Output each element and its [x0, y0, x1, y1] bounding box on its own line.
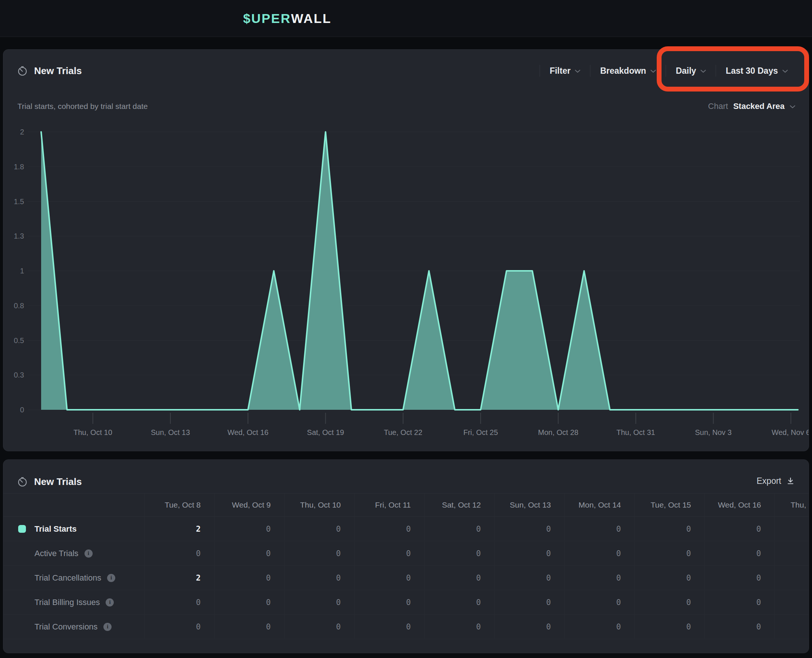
metric-value-cell: 0: [144, 615, 214, 639]
metric-value-cell: 2: [144, 517, 214, 541]
y-axis-label: 0.5: [14, 337, 24, 345]
metric-value-cell: 0: [704, 541, 774, 566]
metric-value-cell: 0: [214, 541, 284, 566]
metric-value-cell: 0: [635, 590, 704, 615]
x-axis-label: Thu, Oct 10: [74, 428, 112, 436]
row-label-cell: Trial Cancellationsi: [3, 566, 144, 590]
row-label-cell: Trial Starts: [3, 517, 144, 541]
metric-value-cell: 0: [214, 615, 284, 639]
metric-value-cell: 0: [424, 517, 494, 541]
y-axis-label: 1.3: [14, 232, 24, 240]
metric-value-cell: 0: [284, 566, 354, 590]
metric-value-cell: 0: [564, 615, 635, 639]
logo-suffix: WALL: [291, 11, 331, 26]
series-color-swatch: [18, 525, 26, 533]
metric-value-cell: 0: [774, 566, 809, 590]
metric-value-cell: 0: [704, 615, 774, 639]
superwall-logo: $UPERWALL: [243, 0, 331, 37]
row-label: Active Trials: [34, 549, 78, 558]
metric-value-cell: 0: [494, 615, 564, 639]
metric-value-cell: 0: [564, 590, 635, 615]
export-label: Export: [757, 476, 781, 486]
metric-value-cell: 0: [284, 590, 354, 615]
row-label-cell: Active Trialsi: [3, 541, 144, 566]
metrics-table-container: Tue, Oct 8Wed, Oct 9Thu, Oct 10Fri, Oct …: [3, 493, 809, 653]
x-axis-label: Sun, Nov 3: [695, 428, 732, 436]
table-header-date: Sat, Oct 12: [424, 494, 494, 517]
info-icon[interactable]: i: [106, 598, 114, 606]
metric-value-cell: 0: [144, 541, 214, 566]
metric-value-cell: 0: [424, 615, 494, 639]
table-row: Trial Cancellationsi2000000000: [3, 566, 809, 590]
row-label-cell: Trial Conversionsi: [3, 615, 144, 639]
download-icon: [787, 477, 795, 485]
x-axis-label: Mon, Oct 28: [538, 428, 578, 436]
table-panel-title: New Trials: [34, 476, 82, 487]
table-header-date: Fri, Oct 11: [354, 494, 424, 517]
metric-value-cell: 0: [635, 566, 704, 590]
stacked-area-chart: 21.81.51.310.80.50.30Thu, Oct 10Sun, Oct…: [3, 50, 809, 451]
metric-value-cell: 0: [494, 517, 564, 541]
x-axis-label: Thu, Oct 31: [616, 428, 655, 436]
x-axis-label: Sun, Oct 13: [151, 428, 190, 436]
top-app-bar: $UPERWALL: [0, 0, 812, 37]
table-header-date: Sun, Oct 13: [494, 494, 564, 517]
metric-value-cell: 2: [144, 566, 214, 590]
export-button[interactable]: Export: [757, 472, 795, 490]
metric-value-cell: 0: [564, 541, 635, 566]
metric-value-cell: 0: [144, 590, 214, 615]
table-header-date: Wed, Oct 9: [214, 494, 284, 517]
metric-value-cell: 0: [494, 541, 564, 566]
metric-value-cell: 0: [774, 590, 809, 615]
info-icon[interactable]: i: [103, 623, 111, 631]
table-header-date: Thu, Oct 17: [774, 494, 809, 517]
info-icon[interactable]: i: [107, 574, 115, 582]
metrics-table: Tue, Oct 8Wed, Oct 9Thu, Oct 10Fri, Oct …: [3, 493, 809, 639]
metric-value-cell: 0: [774, 517, 809, 541]
table-header-date: Mon, Oct 14: [564, 494, 635, 517]
new-trials-chart-panel: New Trials Filter Breakdown Daily Last 3…: [3, 49, 809, 451]
metric-value-cell: 0: [214, 566, 284, 590]
table-row: Trial Conversionsi0000000000: [3, 615, 809, 639]
x-axis-label: Wed, Oct 16: [227, 428, 269, 436]
metric-value-cell: 0: [494, 590, 564, 615]
metric-value-cell: 0: [354, 566, 424, 590]
metric-value-cell: 0: [424, 566, 494, 590]
table-row: Trial Billing Issuesi0000000000: [3, 590, 809, 615]
y-axis-label: 0.8: [14, 302, 24, 310]
metric-value-cell: 0: [214, 517, 284, 541]
table-header-date: Thu, Oct 10: [284, 494, 354, 517]
metric-value-cell: 0: [354, 590, 424, 615]
y-axis-label: 1.8: [14, 163, 24, 171]
metric-value-cell: 0: [635, 517, 704, 541]
info-icon[interactable]: i: [85, 550, 92, 558]
y-axis-label: 0.3: [14, 371, 24, 379]
metric-value-cell: 0: [564, 566, 635, 590]
table-header-date: Tue, Oct 8: [144, 494, 214, 517]
metric-value-cell: 0: [284, 541, 354, 566]
table-panel-header: New Trials: [17, 472, 82, 492]
y-axis-label: 2: [20, 128, 24, 136]
y-axis-label: 1: [20, 267, 24, 275]
metric-value-cell: 0: [494, 566, 564, 590]
y-axis-label: 1.5: [14, 197, 24, 205]
metric-value-cell: 0: [774, 541, 809, 566]
x-axis-label: Wed, Nov 6: [771, 428, 809, 436]
metric-value-cell: 0: [354, 517, 424, 541]
logo-prefix: $UPER: [243, 11, 291, 26]
metric-value-cell: 0: [354, 541, 424, 566]
metric-value-cell: 0: [704, 566, 774, 590]
metric-value-cell: 0: [284, 615, 354, 639]
table-header-date: Wed, Oct 16: [704, 494, 774, 517]
metric-value-cell: 0: [635, 615, 704, 639]
table-header-date: Tue, Oct 15: [635, 494, 704, 517]
metric-value-cell: 0: [704, 590, 774, 615]
table-row: Active Trialsi0000000000: [3, 541, 809, 566]
row-label: Trial Billing Issues: [34, 598, 100, 607]
row-label: Trial Cancellations: [34, 573, 101, 583]
timer-gauge-icon: [17, 477, 27, 487]
metric-value-cell: 0: [635, 541, 704, 566]
new-trials-table-panel: New Trials Export Tue, Oct 8Wed, Oct 9Th…: [3, 459, 809, 653]
metric-value-cell: 0: [704, 517, 774, 541]
x-axis-label: Sat, Oct 19: [307, 428, 344, 436]
